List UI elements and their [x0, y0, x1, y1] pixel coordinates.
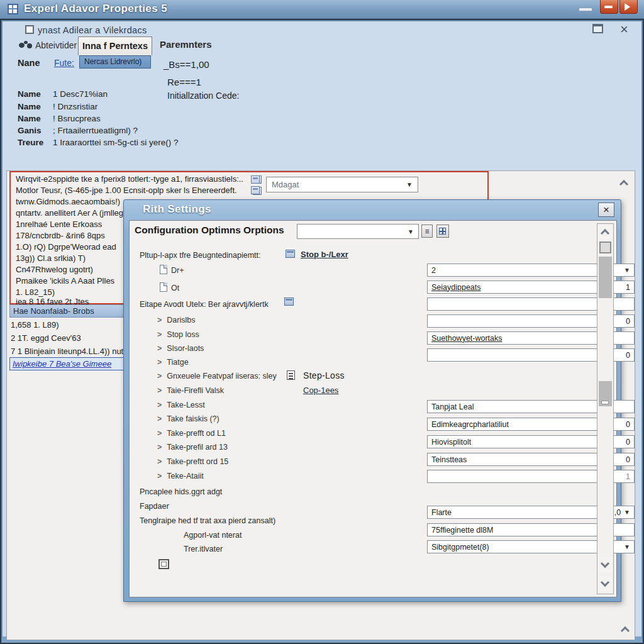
- tree-item-label: Take-prefil ard 13: [167, 443, 228, 452]
- tree-item[interactable]: >Taie-Firefli Valsk: [157, 386, 224, 395]
- tree-item[interactable]: >Gnxeuele Featvpaf iiseras: sley: [157, 372, 277, 380]
- tab-advisor[interactable]: Abteivtider: [35, 40, 77, 50]
- minimize-button[interactable]: [579, 8, 592, 11]
- file-icon: [160, 265, 167, 274]
- monitor-icon: [284, 297, 294, 306]
- inner-close-icon[interactable]: ×: [620, 21, 628, 38]
- field-value: 0: [622, 455, 630, 464]
- tree-section-label: Eitape Avodt Utelx: Ber ajravvtj/klertk: [140, 300, 269, 309]
- dropdown-open-item[interactable]: Nercas Lidrevrlo): [79, 55, 151, 69]
- app-window: Experl Adavor Properties 5 ynast Adilear…: [0, 0, 644, 644]
- tree-item[interactable]: >Teke-Ataiit: [157, 472, 204, 480]
- chevron-down-icon: ▼: [624, 267, 630, 274]
- tree-item[interactable]: >Slsor-laots: [157, 344, 204, 353]
- header-checkbox[interactable]: [25, 25, 34, 34]
- tree-item-label: Tiatge: [167, 358, 188, 367]
- scrollbar-thumb[interactable]: [599, 381, 612, 406]
- expression-1: _Bs==1,00: [164, 59, 209, 70]
- field-value: 0: [622, 317, 630, 326]
- tree-item[interactable]: >Take-preftt ord 15: [157, 457, 228, 466]
- tab-input-parameters[interactable]: Inna f Perntexs: [78, 36, 152, 55]
- tree-item[interactable]: >Darislbs: [157, 316, 195, 325]
- menu-button[interactable]: ≡: [421, 225, 433, 238]
- tree-item[interactable]: >Take-Lesst: [157, 401, 205, 409]
- scroll-up-button[interactable]: [598, 225, 613, 240]
- list-item[interactable]: 7 1 Blinjeain liteunp4.LL.4)) nuts: [11, 347, 128, 356]
- tree-chevron-icon: >: [157, 316, 162, 325]
- tree-chevron-icon: >: [157, 386, 162, 395]
- redbox-line: 1.O) rQ) Dgrpe'Weorad ead: [16, 242, 116, 252]
- scroll-down-button[interactable]: [598, 576, 613, 591]
- redbox-line: 178/cncbrdb- &rin6 8qps: [16, 231, 105, 240]
- field-label: Sibgitgpmetet(8): [431, 543, 489, 552]
- tree-item[interactable]: >Tiatge: [157, 358, 189, 367]
- field-value: 0: [622, 420, 630, 429]
- scrollbar-box[interactable]: [599, 242, 611, 253]
- grid-view-button[interactable]: [436, 225, 449, 238]
- tree-file-item[interactable]: Ot: [171, 284, 179, 292]
- tree-item[interactable]: >Stop loss: [157, 330, 199, 339]
- tree-chevron-icon: >: [157, 429, 162, 438]
- list-header[interactable]: Hae Noanfaiab- Brobs: [9, 304, 129, 318]
- tree-item-label: Take-prefft od L1: [167, 429, 226, 438]
- panel-scroll-up-icon[interactable]: [621, 626, 630, 635]
- tree-chevron-icon: >: [157, 358, 162, 367]
- redbox-line: Cn47Rhwelog ugotrt): [16, 265, 93, 274]
- chevron-down-icon: [601, 578, 609, 587]
- expression-2: Re===1: [167, 77, 201, 87]
- tree-item-label: Slsor-laots: [167, 344, 204, 353]
- tree-chevron-icon: >: [157, 344, 162, 353]
- param-row-desc: ! Dnzsristiar: [53, 102, 97, 111]
- filter-link[interactable]: Fute:: [54, 58, 74, 68]
- close-button[interactable]: [619, 0, 638, 14]
- bottom-label: Agporl-vat nterat: [184, 531, 242, 540]
- bottom-label: Fapdaer: [140, 502, 169, 511]
- tree-chevron-icon: >: [157, 372, 162, 380]
- param-row-label: Ganis: [18, 126, 42, 135]
- chevron-up-icon: [601, 229, 609, 238]
- redbox-line: 1nrelhaé Lente Erkoass: [16, 219, 102, 229]
- tree-chevron-icon: >: [157, 414, 162, 423]
- copies-link[interactable]: Cop-1ees: [303, 386, 338, 395]
- dialog-close-button[interactable]: ×: [598, 203, 614, 217]
- tree-item[interactable]: >Take faiskis (?): [157, 414, 219, 423]
- stop-level-link[interactable]: Stop b-/Lexr: [301, 250, 348, 259]
- tree-param-label: Pltup-l-apx tfre Beugntedinapiemtt:: [140, 251, 260, 260]
- app-icon: [8, 4, 18, 14]
- param-row-label: Name: [18, 114, 41, 123]
- symbol-combobox-value: Mdagat: [272, 177, 299, 192]
- tree-item-label: Darislbs: [167, 316, 195, 325]
- field-value: 1: [622, 283, 630, 292]
- bottom-label: Pncaplee hids.ggrt adgt: [140, 487, 222, 496]
- redbox-line: Pmaikee 'ickils A Aaat Plles: [16, 276, 114, 286]
- list-item[interactable]: 2 1T. eggd Ceev'63: [11, 333, 81, 343]
- tree-item[interactable]: >Take-prefil ard 13: [157, 443, 228, 452]
- close-icon: [625, 3, 630, 11]
- tree-item-label: Teke-Ataiit: [167, 472, 203, 480]
- list-link-item[interactable]: Iwipkeibe 7 Bea'se Gimeee: [9, 357, 128, 370]
- restore-button[interactable]: [600, 0, 618, 14]
- redbox-line: 1. L82_15): [16, 287, 55, 297]
- scroll-down-button[interactable]: [598, 557, 613, 572]
- dialog-scrollbar[interactable]: [597, 223, 614, 594]
- tree-item[interactable]: >Take-prefft od L1: [157, 429, 226, 438]
- configuration-combobox[interactable]: ▼: [297, 224, 419, 239]
- tree-file-item[interactable]: Dr+: [171, 266, 184, 275]
- tree-item-label: Take faiskis (?): [167, 414, 219, 423]
- param-row-desc: 1 Desc71%ian: [53, 89, 108, 99]
- param-row-desc: 1 Iraaraorttei sm-5g-cti si yere() ?: [53, 138, 179, 147]
- scrollbar-thumb[interactable]: [599, 257, 612, 298]
- redbox-line: twnw.Gidmods.aecaombais!): [16, 197, 120, 206]
- symbol-icon: [251, 175, 260, 184]
- advisor-paw-icon: [19, 41, 33, 49]
- inner-restore-icon[interactable]: [592, 24, 603, 33]
- param-row-label: Name: [18, 89, 41, 99]
- redbox-line: Motlor Teusr, (S-465-jpe 1.00 Ecnsit-opl…: [16, 186, 237, 195]
- panel-scroll-up-icon[interactable]: [619, 180, 628, 189]
- menu-icon: ≡: [425, 227, 429, 236]
- option-checkbox[interactable]: [158, 559, 169, 569]
- symbol-combobox[interactable]: Mdagat ▼: [266, 177, 418, 192]
- app-title: Experl Adavor Properties 5: [24, 3, 167, 15]
- list-item[interactable]: 1,658 1. L89): [11, 320, 59, 330]
- tab-parameters[interactable]: Paremnters: [160, 39, 212, 50]
